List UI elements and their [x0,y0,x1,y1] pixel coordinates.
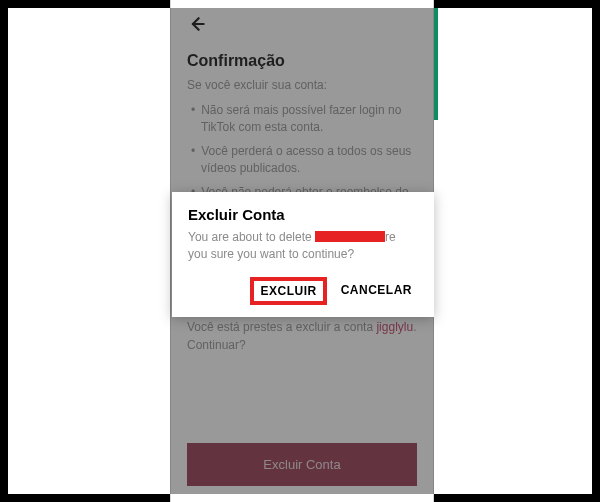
redacted-username [315,231,385,242]
dialog-message-part1: You are about to delete [188,230,315,244]
delete-confirm-dialog: Excluir Conta You are about to delete re… [172,192,434,317]
decorative-strip [434,8,438,120]
cancel-button[interactable]: CANCELAR [335,277,418,305]
confirm-delete-button[interactable]: EXCLUIR [250,277,326,305]
dialog-message: You are about to delete re you sure you … [188,229,418,263]
dialog-actions: EXCLUIR CANCELAR [188,277,418,305]
dialog-title: Excluir Conta [188,206,418,223]
